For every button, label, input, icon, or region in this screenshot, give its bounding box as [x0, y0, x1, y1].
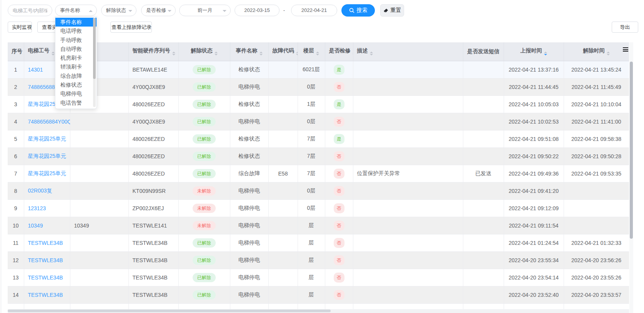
cell-sms	[463, 269, 504, 286]
cell-resolve-time	[564, 182, 629, 199]
cell-floor: 层	[298, 286, 325, 303]
cell-internal-id: 10349	[70, 217, 128, 234]
dropdown-scrollbar-thumb[interactable]	[93, 18, 96, 79]
cell-desc	[353, 147, 463, 165]
cell-desc	[353, 95, 463, 113]
search-button[interactable]: 搜索	[341, 4, 375, 17]
dropdown-item-4[interactable]: 自动呼救	[55, 45, 97, 54]
cell-desc	[353, 113, 463, 130]
column-label: 序号	[12, 48, 22, 54]
date-start-input[interactable]: 2022-03-15	[235, 5, 280, 16]
cell-fault-code	[268, 286, 298, 303]
cell-status: 已解除	[178, 165, 230, 182]
status-badge: 已解除	[193, 290, 216, 300]
status-badge: 已解除	[193, 273, 216, 282]
status-badge: 已解除	[193, 152, 216, 161]
cell-sms	[463, 182, 504, 199]
column-settings-icon[interactable]	[623, 47, 628, 53]
cell-event: 检修状态	[230, 95, 268, 113]
column-header-status[interactable]: 解除状态	[178, 42, 230, 61]
realtime-monitor-button[interactable]: 实时监视	[8, 22, 32, 33]
reset-button[interactable]: 重置	[380, 4, 404, 17]
elevator-id-link[interactable]: 123123	[28, 205, 46, 211]
column-header-serial[interactable]: 智能硬件序列号	[128, 42, 178, 61]
sort-caret-icon[interactable]	[296, 52, 298, 55]
sort-caret-icon[interactable]	[544, 52, 547, 55]
column-header-fault_code[interactable]: 故障代码	[268, 42, 298, 61]
export-button[interactable]: 导出	[612, 22, 638, 33]
dropdown-item-7[interactable]: 综合故障	[55, 72, 97, 80]
cell-internal-id	[70, 286, 128, 303]
elevator-id-link[interactable]: 10349	[28, 223, 43, 229]
elevator-id-link[interactable]: 14301	[28, 67, 43, 73]
cell-status: 已解除	[178, 234, 230, 251]
sort-caret-icon[interactable]	[215, 52, 218, 55]
cell-event: 电梯停电	[230, 113, 268, 130]
elevator-id-link[interactable]: 星海花园25单元	[28, 153, 67, 159]
sort-caret-icon[interactable]	[370, 52, 373, 55]
period-select[interactable]: 前一月	[179, 5, 231, 16]
cell-internal-id	[70, 165, 128, 182]
cell-status: 已解除	[178, 78, 230, 95]
dropdown-item-2[interactable]: 电话呼救	[55, 27, 97, 35]
date-end-input[interactable]: 2022-04-21	[291, 5, 337, 16]
resolve-status-select[interactable]: 解除状态	[101, 5, 136, 16]
sort-caret-icon[interactable]	[260, 52, 263, 55]
cell-resolve-time: 2022-04-21 10:10:04	[564, 95, 629, 113]
dropdown-item-1[interactable]: 事件名称	[55, 18, 97, 27]
inspect-badge: 否	[334, 273, 344, 283]
status-badge: 未解除	[193, 221, 216, 230]
elevator-id-link[interactable]: TESTWLE34B	[28, 292, 63, 298]
elevator-id-link[interactable]: TESTWLE34B	[28, 257, 63, 263]
view-fault-records-button[interactable]: 查看上报故障记录	[110, 22, 152, 33]
cell-resolve-time: 2022-04-21 11:45:49	[564, 78, 629, 95]
column-header-inspect[interactable]: 是否检修	[325, 42, 353, 61]
cell-elevator-id: TESTWLE34B	[24, 251, 70, 269]
table-row: 7星海花园25单元480026EZED已解除综合故障E587层否位置保护开关异常…	[8, 165, 629, 182]
column-label: 楼层	[303, 47, 314, 54]
dropdown-item-8[interactable]: 检修状态	[55, 80, 97, 89]
cell-fault-code	[268, 130, 298, 147]
cell-seq: 7	[8, 165, 24, 182]
elevator-id-link[interactable]: 星海花园25单元	[28, 136, 67, 142]
cell-resolve-time: 2022-04-20 23:56:26	[564, 251, 629, 269]
sort-caret-icon[interactable]	[316, 52, 319, 55]
table-row: 3星海花园25单元480026EZED已解除检修状态1层是2022-04-21 …	[8, 95, 629, 113]
sort-caret-icon[interactable]	[607, 52, 610, 55]
dropdown-item-6[interactable]: 轿顶刷卡	[55, 62, 97, 71]
sort-caret-icon[interactable]	[172, 52, 175, 55]
cell-report-time: 2022-04-21 13:37:16	[504, 61, 564, 78]
column-header-resolve_time[interactable]: 解除时间	[564, 42, 629, 61]
inspect-badge: 否	[334, 169, 344, 179]
elevator-id-link[interactable]: 星海花园25单元	[28, 170, 67, 176]
elevator-id-link[interactable]: 02R003复	[28, 187, 52, 194]
column-header-floor[interactable]: 楼层	[298, 42, 325, 61]
event-name-select[interactable]: 事件名称	[55, 5, 97, 16]
cell-fault-code	[268, 113, 298, 130]
elevator-id-link[interactable]: 7488656884Y00QJX8E	[28, 119, 70, 125]
status-badge: 已解除	[193, 65, 216, 74]
sort-caret-icon[interactable]	[52, 52, 55, 55]
dropdown-item-10[interactable]: 电话告警	[55, 99, 97, 107]
inspect-badge: 是	[334, 134, 344, 144]
dropdown-item-9[interactable]: 电梯停电	[55, 89, 97, 98]
column-header-event[interactable]: 事件名称	[230, 42, 268, 61]
cell-inspect: 否	[325, 217, 353, 234]
column-header-report_time[interactable]: 上报时间	[504, 42, 564, 61]
keyword-input[interactable]	[8, 5, 52, 16]
elevator-id-link[interactable]: TESTWLE34B	[28, 275, 63, 281]
inspect-select[interactable]: 是否检修	[141, 5, 176, 16]
inspect-badge: 是	[334, 99, 344, 109]
horizontal-scrollbar-thumb[interactable]	[8, 310, 331, 312]
cell-resolve-time: 2022-04-20 23:53:57	[564, 286, 629, 303]
elevator-id-link[interactable]: TESTWLE34B	[28, 240, 63, 246]
cell-seq: 10	[8, 217, 24, 234]
vertical-scrollbar-thumb[interactable]	[630, 62, 633, 239]
dropdown-item-3[interactable]: 手动呼救	[55, 36, 97, 45]
cell-sms	[463, 286, 504, 303]
cell-inspect: 否	[325, 113, 353, 130]
cell-serial: KT009N99SR	[128, 182, 178, 199]
inspect-badge: 否	[334, 203, 344, 213]
dropdown-item-5[interactable]: 机房刷卡	[55, 54, 97, 62]
column-header-desc[interactable]: 描述	[353, 42, 463, 61]
